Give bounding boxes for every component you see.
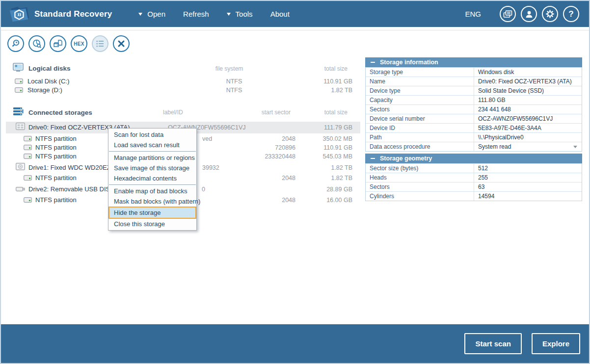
storage-context-menu: Scan for lost data Load saved scan resul…: [108, 128, 197, 231]
data-access-dropdown[interactable]: System read: [474, 142, 582, 151]
menu-refresh[interactable]: Refresh: [183, 10, 209, 18]
chevron-down-icon: [138, 13, 142, 16]
table-row: Sector size (bytes) 512: [366, 163, 582, 173]
language-selector[interactable]: ENG: [465, 10, 481, 18]
menu-item-hide-the-storage[interactable]: Hide the storage: [108, 207, 196, 219]
user-icon[interactable]: [521, 6, 537, 22]
menu-open[interactable]: Open: [138, 10, 165, 18]
table-row: Device serial number OCZ-AWNZ0FW55696C1V…: [366, 114, 582, 123]
hex-icon[interactable]: HEX: [71, 35, 87, 52]
logical-disk-row[interactable]: Local Disk (C:) NTFS 110.91 GB: [6, 77, 360, 86]
partition-icon: [24, 196, 32, 205]
hdd-icon: [16, 162, 25, 173]
table-row: Cylinders 14594: [366, 191, 582, 201]
usb-icon: [16, 184, 25, 195]
menu-tools[interactable]: Tools: [227, 10, 253, 18]
storage-geometry-panel: Storage geometry Sector size (bytes) 512…: [365, 154, 582, 201]
column-total-size: total size: [294, 65, 348, 72]
table-row-data-access-procedure: Data access procedure System read: [366, 142, 582, 151]
menu-item-save-image[interactable]: Save image of this storage: [108, 163, 196, 173]
collapse-icon[interactable]: [371, 62, 375, 63]
storage-information-panel: Storage information Storage type Windows…: [365, 57, 582, 152]
close-icon[interactable]: [113, 35, 130, 52]
footer-bar: Start scan Explore: [1, 324, 589, 363]
table-row: Capacity 111.80 GB: [366, 95, 582, 104]
connected-storages-header: Connected storages: [13, 107, 92, 118]
chevron-down-icon: [227, 13, 231, 16]
logical-disks-header: Logical disks: [13, 63, 71, 74]
menu-item-mask-bad-blocks[interactable]: Mask bad blocks (with pattern): [108, 196, 196, 207]
table-row: Sectors 234 441 648: [366, 104, 582, 114]
menu-item-manage-partitions[interactable]: Manage partitions or regions: [108, 153, 196, 163]
partition-icon: [24, 143, 32, 152]
storage-information-header: Storage information: [365, 57, 582, 67]
disk-icon: [15, 77, 23, 86]
scan-search-icon[interactable]: [7, 35, 24, 52]
column-start-sector: start sector: [232, 109, 291, 116]
ssd-icon: [16, 122, 25, 133]
saved-scan-icon[interactable]: [28, 35, 45, 52]
app-header: Standard Recovery Open Refresh Tools Abo…: [1, 1, 589, 27]
column-label-id: label/ID: [163, 109, 183, 116]
menu-item-scan-for-lost-data[interactable]: Scan for lost data: [108, 130, 196, 140]
column-total-size: total size: [294, 109, 348, 116]
menu-item-enable-bad-blocks-map[interactable]: Enable map of bad blocks: [108, 186, 196, 196]
table-row: Storage type Windows disk: [366, 67, 582, 77]
table-row: Device type Solid State Device (SSD): [366, 86, 582, 95]
label-fragment: 39932: [202, 162, 219, 173]
table-row: Name Drive0: Fixed OCZ-VERTEX3 (ATA): [366, 77, 582, 86]
disk-icon: [15, 86, 23, 95]
news-icon[interactable]: [500, 6, 516, 22]
table-row: Device ID 5E83-A97E-D46E-3A4A: [366, 123, 582, 132]
main-menu: Open Refresh Tools About: [138, 10, 289, 18]
menu-item-hexadecimal-contents[interactable]: Hexadecimal contents: [108, 173, 196, 183]
table-row: Sectors 63: [366, 182, 582, 191]
disk-image-icon[interactable]: [50, 35, 66, 52]
partition-icon: [24, 134, 32, 143]
column-file-system: file system: [202, 65, 256, 72]
menu-item-close-this-storage[interactable]: Close this storage: [108, 219, 196, 229]
menu-separator: [109, 151, 196, 152]
header-right: ENG: [465, 6, 579, 22]
toolbar: HEX: [1, 30, 130, 57]
list-icon[interactable]: [92, 35, 108, 52]
app-title: Standard Recovery: [34, 9, 112, 19]
label-fragment: ved: [202, 134, 212, 143]
explore-button[interactable]: Explore: [532, 333, 580, 354]
table-row: Heads 255: [366, 173, 582, 182]
help-icon[interactable]: ?: [563, 6, 579, 22]
app-logo-icon: [8, 4, 30, 24]
chevron-down-icon: [573, 146, 577, 148]
table-row: Path \\.\PhysicalDrive0: [366, 132, 582, 142]
monitor-icon: [13, 63, 24, 74]
storage-stack-icon: [13, 107, 24, 118]
app-window: Standard Recovery Open Refresh Tools Abo…: [0, 0, 590, 364]
collapse-icon[interactable]: [371, 158, 375, 159]
label-fragment: 0: [202, 184, 205, 195]
menu-separator: [109, 184, 196, 185]
start-scan-button[interactable]: Start scan: [464, 333, 522, 354]
settings-icon[interactable]: [542, 6, 558, 22]
menu-about[interactable]: About: [270, 10, 290, 18]
partition-icon: [24, 174, 32, 182]
storage-geometry-header: Storage geometry: [365, 154, 582, 163]
menu-item-load-saved-scan-result[interactable]: Load saved scan result: [108, 140, 196, 150]
logical-disk-row[interactable]: Storage (D:) NTFS 1.82 TB: [6, 86, 360, 95]
partition-icon: [24, 152, 32, 161]
